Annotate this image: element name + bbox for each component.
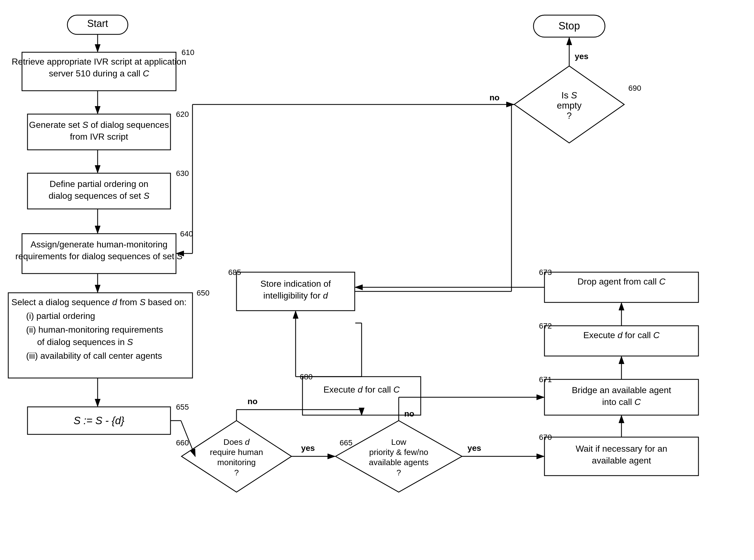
n640-ref: 640	[180, 229, 193, 238]
n640-label: Assign/generate human-monitoring	[31, 239, 167, 249]
n660-label3: monitoring	[217, 458, 256, 467]
n650-ii: (ii) human-monitoring requirements	[26, 325, 163, 335]
label-690-no: no	[490, 93, 500, 102]
n680-label: Execute d for call C	[323, 385, 400, 395]
n610-label: Retrieve appropriate IVR script at appli…	[12, 57, 186, 66]
n630-label2: dialog sequences of set S	[49, 191, 149, 201]
n665-label3: available agents	[369, 458, 429, 467]
n670-label2: available agent	[592, 456, 651, 465]
label-690-yes: yes	[575, 52, 589, 61]
n660-label2: require human	[210, 447, 263, 457]
stop-label: Stop	[558, 20, 580, 32]
flowchart: Start Retrieve appropriate IVR script at…	[0, 0, 754, 560]
n640-label2: requirements for dialog sequences of set…	[15, 251, 183, 261]
n690-label3: ?	[567, 111, 572, 121]
n671-label: Bridge an available agent	[572, 385, 671, 395]
n690-ref: 690	[628, 84, 641, 92]
label-665-yes: yes	[468, 443, 481, 453]
n650-ref: 650	[197, 289, 210, 297]
n660-label: Does d	[223, 437, 250, 446]
label-665-no: no	[404, 409, 414, 418]
n670-ref: 670	[539, 433, 552, 441]
n660-ref: 660	[176, 439, 189, 447]
n655-label: S := S - {d}	[74, 415, 124, 426]
n620-label2: from IVR script	[70, 132, 128, 142]
n673-label: Drop agent from call C	[577, 277, 666, 286]
n650-iii: (iii) availability of call center agents	[26, 351, 162, 361]
n673-ref: 673	[539, 268, 552, 277]
n610-label2: server 510 during a call C	[49, 68, 150, 78]
n630-ref: 630	[176, 169, 189, 178]
n685-label2: intelligibility for d	[263, 291, 328, 300]
n665-label4: ?	[397, 468, 401, 477]
n672-label: Execute d for call C	[583, 330, 660, 340]
n650-ii2: of dialog sequences in S	[37, 337, 133, 347]
n620-ref: 620	[176, 110, 189, 119]
n660-label4: ?	[234, 468, 239, 477]
n690-label2: empty	[557, 100, 581, 111]
n650-i: (i) partial ordering	[26, 311, 95, 321]
n671-ref: 671	[539, 375, 552, 384]
n630-label: Define partial ordering on	[49, 179, 148, 189]
label-660-yes: yes	[301, 443, 315, 453]
n671-label2: into call C	[602, 397, 641, 407]
n655-ref: 655	[176, 403, 189, 411]
n665-label: Low	[391, 437, 406, 446]
n690-label: Is S	[561, 90, 577, 100]
n650-label: Select a dialog sequence d from S based …	[12, 297, 187, 307]
n610-ref: 610	[181, 48, 194, 57]
start-label: Start	[87, 18, 108, 29]
n665-ref: 665	[340, 439, 353, 447]
label-660-no: no	[247, 397, 258, 406]
n685-label: Store indication of	[260, 279, 331, 289]
n672-ref: 672	[539, 322, 552, 330]
n685-ref: 685	[228, 268, 241, 277]
n620-label: Generate set S of dialog sequences	[29, 120, 169, 130]
n670-label: Wait if necessary for an	[576, 444, 667, 454]
n665-label2: priority & few/no	[369, 447, 428, 457]
